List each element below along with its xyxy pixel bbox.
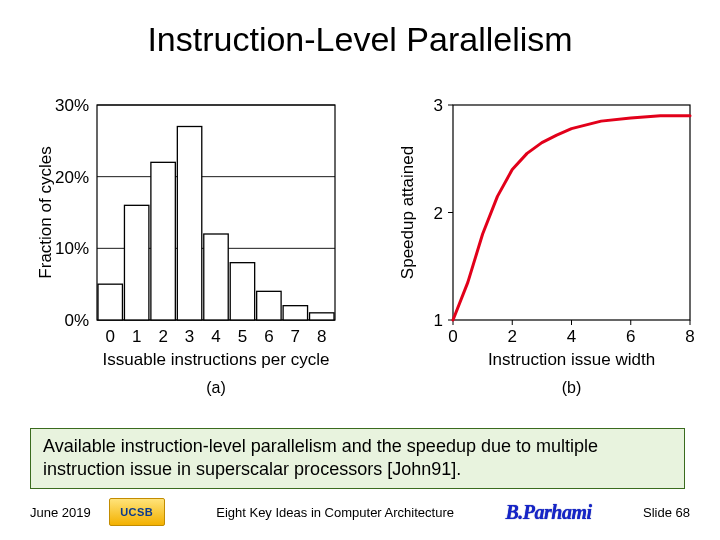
svg-text:8: 8 — [317, 327, 326, 346]
svg-text:Fraction of cycles: Fraction of cycles — [36, 146, 55, 278]
svg-text:Speedup attained: Speedup attained — [398, 146, 417, 279]
svg-rect-30 — [453, 105, 690, 320]
svg-text:6: 6 — [264, 327, 273, 346]
svg-text:5: 5 — [238, 327, 247, 346]
svg-text:6: 6 — [626, 327, 635, 346]
svg-text:Instruction issue width: Instruction issue width — [488, 350, 655, 369]
svg-rect-13 — [151, 162, 175, 320]
svg-rect-19 — [230, 263, 254, 320]
svg-rect-11 — [124, 205, 148, 320]
svg-text:2: 2 — [434, 204, 443, 223]
footer-date: June 2019 — [30, 505, 91, 520]
chart-b: 12302468Instruction issue widthSpeedup a… — [395, 95, 695, 395]
svg-text:(a): (a) — [206, 379, 226, 396]
svg-text:(b): (b) — [562, 379, 582, 396]
svg-text:3: 3 — [185, 327, 194, 346]
svg-text:0: 0 — [105, 327, 114, 346]
svg-text:1: 1 — [132, 327, 141, 346]
svg-text:8: 8 — [685, 327, 694, 346]
svg-text:Issuable instructions per cycl: Issuable instructions per cycle — [103, 350, 330, 369]
svg-text:3: 3 — [434, 96, 443, 115]
svg-text:4: 4 — [567, 327, 576, 346]
footer-slide-number: Slide 68 — [643, 505, 690, 520]
svg-text:4: 4 — [211, 327, 220, 346]
svg-text:7: 7 — [291, 327, 300, 346]
svg-rect-15 — [177, 127, 201, 321]
svg-rect-17 — [204, 234, 228, 320]
svg-rect-23 — [283, 306, 307, 320]
svg-text:2: 2 — [158, 327, 167, 346]
svg-rect-9 — [98, 284, 122, 320]
footer-author: B.Parhami — [505, 501, 591, 524]
slide-title: Instruction-Level Parallelism — [0, 20, 720, 59]
chart-a: 0%10%20%30%012345678Issuable instruction… — [35, 95, 335, 395]
charts-row: 0%10%20%30%012345678Issuable instruction… — [35, 95, 695, 395]
footer-center: Eight Key Ideas in Computer Architecture — [216, 505, 454, 520]
footer: June 2019 UCSB Eight Key Ideas in Comput… — [0, 494, 720, 530]
svg-text:0: 0 — [448, 327, 457, 346]
svg-text:30%: 30% — [55, 96, 89, 115]
svg-text:1: 1 — [434, 311, 443, 330]
svg-text:10%: 10% — [55, 239, 89, 258]
svg-rect-21 — [257, 291, 281, 320]
svg-text:20%: 20% — [55, 168, 89, 187]
ucsb-logo: UCSB — [109, 498, 165, 526]
svg-rect-25 — [310, 313, 334, 320]
caption: Available instruction-level parallelism … — [30, 428, 685, 489]
svg-text:0%: 0% — [64, 311, 89, 330]
svg-text:2: 2 — [508, 327, 517, 346]
